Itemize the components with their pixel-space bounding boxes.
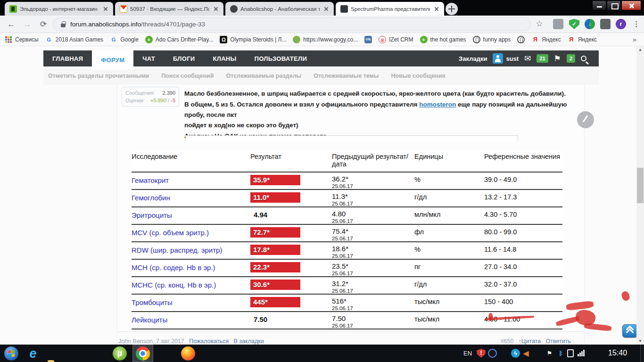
show-desktop-button[interactable] [640,345,644,362]
nav-item-users[interactable]: ПОЛЬЗОВАТЕЛИ [246,50,316,66]
post-text: Масло безболезненное, в шприц набирается… [184,89,571,142]
firefox-icon[interactable] [181,346,195,361]
alerts-count-badge[interactable]: 2 [567,54,575,63]
google-icon: G [45,36,53,43]
tab-anabolicshop[interactable]: Anabolicshop - Анаболическая точ [225,2,334,16]
idm-extension-icon[interactable]: ↓ [585,19,595,29]
taskbar-clock[interactable]: 15:40 [608,349,636,357]
apps-grid-icon [5,36,12,43]
screen: Эльдорадо - интернет-магазин эле 50937 ·… [0,0,644,362]
bookmark-post-link[interactable]: В закладки [234,338,264,345]
nav-item-home[interactable]: ГЛАВНАЯ [43,50,92,66]
bookmark-yandex-1[interactable]: ЯЯндекс [531,36,561,43]
chrome-icon[interactable] [136,346,150,361]
subnav-new-posts[interactable]: Новые сообщения [391,73,445,79]
extension-gray-icon[interactable] [553,19,563,29]
bookmark-gogy[interactable]: https://www.gogy.co... [293,36,358,43]
window-close-button[interactable] [621,0,641,10]
bookmark-star-icon[interactable]: ☆ [534,19,545,29]
bookmark-olympia-steroids[interactable]: ΩOlympia Steroids | Л... [220,36,286,43]
tab-yandex-mail[interactable]: 50937 · Входящие — Яндекс.Почт [115,2,223,16]
scrollbar-up-arrow[interactable]: ▲ [636,46,644,53]
izet-icon: ◎ [379,36,386,43]
report-link[interactable]: Пожаловаться [189,338,229,345]
yandex-icon: Я [568,36,575,43]
flag-icon[interactable]: ⚑ [554,55,561,63]
bookmark-asian-games[interactable]: G2018 Asian Games [45,36,103,43]
mail-icon[interactable]: ✉ [524,55,531,63]
nav-item-forum-active[interactable]: ФОРУМ [92,50,133,70]
profile-avatar[interactable]: r [616,19,626,29]
result-value-flagged: 72.7* [250,227,300,238]
subnav-mark-read[interactable]: Отметить разделы прочитанными [48,73,149,79]
bookmark-services[interactable]: Сервисы [5,36,39,43]
ratings-negative: -5 [171,98,175,103]
internet-explorer-icon[interactable]: e [26,346,40,361]
table-row: Эритроциты 4.94 4.8025.06.17 млн/мкл 4.3… [132,207,562,225]
page-nav-circle-button[interactable] [577,111,594,128]
table-row: RDW (шир. распред. эритр) 17.8* 18.6*25.… [132,242,562,260]
anabolicshop-favicon-icon [230,5,238,13]
bookmark-ado-cars[interactable]: +Ado Cars Drifter-Play... [145,36,213,43]
forward-icon[interactable]: → [21,18,34,31]
user-stats-box: Сообщения:2.390 Оценки:+5.890 / -5 [122,87,179,107]
download-manager-icon[interactable]: ϟ [511,349,520,358]
bookmark-izet-crm[interactable]: ◎IZet CRM [379,36,413,43]
username[interactable]: sust [506,55,519,62]
bookmark-vk[interactable]: VK [364,36,372,43]
bookmark-yandex-2[interactable]: ЯЯндекс [568,36,597,43]
bluetooth-icon[interactable]: ᛒ [556,349,565,358]
window-minimize-button[interactable] [592,0,606,10]
extensions-puzzle-icon[interactable] [600,19,611,29]
tab-eldorado[interactable]: Эльдорадо - интернет-магазин эле [5,2,113,16]
subnav-watched-sections[interactable]: Отслеживаемые разделы [226,73,301,79]
window-maximize-button[interactable] [607,0,621,10]
tab-close-icon[interactable] [433,5,440,13]
quote-box-border [185,135,518,141]
page-scrollbar[interactable]: ▲ ▼ [636,46,644,345]
start-button[interactable] [4,346,18,361]
game-site-icon: + [145,36,153,43]
language-indicator[interactable]: EN [463,350,472,357]
tab-close-icon[interactable] [212,5,220,13]
adblock-shield-icon[interactable]: ✓ [569,19,579,29]
clipboard-tray-icon[interactable] [566,349,575,358]
nav-item-clans[interactable]: КЛАНЫ [204,50,245,66]
bookmarks-link[interactable]: Закладки [459,55,487,62]
browser-menu-icon[interactable]: ⋮ [631,19,642,29]
homosteron-link[interactable]: homosteron [419,101,456,108]
new-tab-button[interactable] [446,3,458,15]
tab-spectrumpharma-active[interactable]: SpectrumPharma представитель в [336,2,444,16]
author-and-date[interactable]: John Benson, 7 авг 2017 [118,338,184,345]
security-alert-icon[interactable]: ! [477,349,486,358]
network-signal-icon[interactable] [577,349,586,358]
action-center-flag-icon[interactable]: ⚑ [545,349,554,358]
user-avatar[interactable] [493,53,503,64]
bookmark-funny-apps[interactable]: funny apps [473,36,511,43]
back-icon[interactable]: ← [5,18,18,31]
nav-item-blogs[interactable]: БЛОГИ [164,50,204,66]
address-bar[interactable]: forum.anabolicshops.info/threads/4701/pa… [53,17,531,31]
tab-close-icon[interactable] [322,5,330,13]
reload-icon[interactable]: ⟳ [37,18,50,31]
mail-count-badge[interactable]: 21 [537,54,548,63]
scrollbar-down-arrow[interactable]: ▼ [636,337,644,345]
tray-app-icon[interactable] [488,349,497,358]
bookmarks-overflow-icon[interactable]: » [633,35,636,43]
scrollbar-thumb[interactable] [637,168,644,203]
tab-close-icon[interactable] [102,5,109,13]
scroll-to-top-button[interactable] [622,324,637,337]
quote-link[interactable]: ↑Цитата [519,338,541,345]
subnav-watched-threads[interactable]: Отслеживаемые темы [314,73,379,79]
utorrent-icon[interactable]: µ [113,346,127,361]
frog-icon [293,36,300,43]
nav-item-chat[interactable]: ЧАТ [133,50,164,66]
search-icon[interactable] [581,56,586,61]
post-number[interactable]: #650 [501,338,514,345]
audio-app-icon[interactable]: ◀ [521,349,530,358]
bookmark-google[interactable]: GGoogle [110,36,139,43]
bookmark-hot-games[interactable]: +the hot games [420,36,466,43]
subnav-search-posts[interactable]: Поиск сообщений [161,73,214,79]
reply-link[interactable]: Ответить [546,338,571,345]
bookmark-globe[interactable] [517,36,525,43]
